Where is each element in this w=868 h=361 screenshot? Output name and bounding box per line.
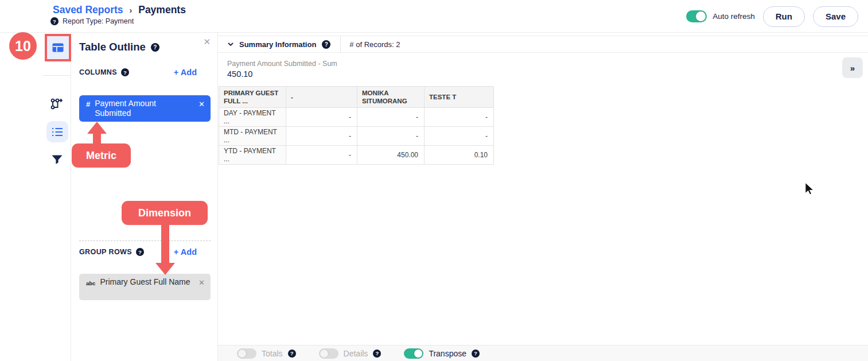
report-type-row: ? Report Type: Payment	[50, 17, 134, 25]
run-button[interactable]: Run	[763, 6, 805, 27]
toggle-knob	[320, 350, 328, 358]
row-label: YTD - PAYMENT ...	[219, 146, 286, 165]
table-row: YTD - PAYMENT ... - 450.00 0.10	[219, 146, 494, 165]
totals-toggle-group: Totals ?	[237, 348, 296, 359]
columns-section-header: COLUMNS ? + Add	[79, 68, 197, 77]
transpose-label: Transpose	[429, 349, 466, 358]
metric-chip-label: Payment Amount Submitted	[95, 99, 189, 118]
group-rows-label-group: GROUP ROWS ?	[79, 248, 144, 256]
table-cell: -	[425, 127, 494, 146]
dimension-callout: Dimension	[122, 201, 208, 225]
filter-nav-button[interactable]	[50, 154, 63, 165]
auto-refresh-toggle[interactable]	[686, 10, 707, 22]
table-cell: -	[425, 108, 494, 127]
summary-metric-value: 450.10	[227, 69, 252, 79]
expand-panel-button[interactable]: »	[842, 57, 863, 78]
summary-title: Summary Information	[239, 40, 316, 49]
help-icon[interactable]: ?	[288, 350, 296, 358]
transpose-toggle[interactable]	[404, 348, 423, 359]
totals-label: Totals	[262, 349, 283, 358]
help-icon[interactable]: ?	[121, 68, 129, 76]
report-builder-app: Saved Reports › Payments ? Report Type: …	[0, 0, 868, 361]
results-table: PRIMARY GUEST FULL ... - MONIKA SITUMORA…	[219, 86, 494, 165]
dimension-chip[interactable]: abc Primary Guest Full Name ✕	[79, 274, 211, 300]
panel-title: Table Outline	[79, 41, 146, 53]
breadcrumb-current-page: Payments	[138, 4, 186, 16]
help-icon[interactable]: ?	[136, 248, 144, 256]
table-outline-panel: Table Outline ? ✕ COLUMNS ? + Add # Paym…	[71, 33, 218, 361]
group-rows-label: GROUP ROWS	[79, 248, 132, 256]
section-divider	[79, 240, 211, 241]
rail-divider	[43, 75, 71, 76]
summary-information-bar: Summary Information ? # of Records: 2	[218, 36, 868, 53]
metric-arrow-head	[87, 122, 107, 134]
help-icon[interactable]: ?	[472, 350, 480, 358]
remove-icon[interactable]: ✕	[198, 100, 205, 108]
table-outline-nav-button[interactable]	[45, 34, 71, 61]
details-label: Details	[344, 349, 368, 358]
table-options-footer: Totals ? Details ? Transpose ?	[218, 345, 868, 361]
help-icon[interactable]: ?	[151, 43, 159, 52]
table-cell: 450.00	[357, 146, 425, 165]
step-number-badge: 10	[9, 32, 37, 60]
help-icon[interactable]: ?	[50, 17, 59, 25]
table-row: DAY - PAYMENT ... - - -	[219, 108, 494, 127]
toggle-knob	[696, 11, 706, 21]
metric-chip[interactable]: # Payment Amount Submitted ✕	[79, 95, 211, 122]
table-row: MTD - PAYMENT ... - - -	[219, 127, 494, 146]
pivot-flow-nav-button[interactable]	[49, 96, 65, 111]
chevron-down-icon	[228, 42, 233, 46]
breadcrumb: Saved Reports › Payments	[53, 4, 186, 16]
mouse-cursor	[805, 182, 815, 197]
top-bar-actions: Auto refresh Run Save	[686, 0, 858, 33]
add-group-row-button[interactable]: + Add	[174, 247, 197, 257]
close-icon[interactable]: ✕	[203, 37, 211, 47]
table-cell: -	[286, 108, 357, 127]
row-label: MTD - PAYMENT ...	[219, 127, 286, 146]
column-header: TESTE T	[425, 87, 494, 108]
row-label: DAY - PAYMENT ...	[219, 108, 286, 127]
panel-title-row: Table Outline ?	[79, 41, 159, 53]
totals-toggle[interactable]	[237, 348, 256, 359]
save-button[interactable]: Save	[813, 6, 858, 27]
dimension-arrow-shaft	[161, 223, 169, 263]
table-header-row: PRIMARY GUEST FULL ... - MONIKA SITUMORA…	[219, 87, 494, 108]
summary-metric-label: Payment Amount Submitted - Sum	[227, 60, 337, 68]
toggle-knob	[238, 350, 246, 358]
filter-icon	[52, 155, 63, 165]
add-column-button[interactable]: + Add	[174, 68, 197, 77]
toggle-knob	[414, 350, 422, 358]
details-toggle-group: Details ?	[319, 348, 382, 359]
dimension-arrow-head	[155, 263, 175, 275]
transpose-toggle-group: Transpose ?	[404, 348, 480, 359]
columns-label-group: COLUMNS ?	[79, 68, 129, 76]
columns-label: COLUMNS	[79, 68, 117, 76]
table-cell: 0.10	[425, 146, 494, 165]
breadcrumb-saved-reports-link[interactable]: Saved Reports	[53, 4, 123, 16]
numeric-type-icon: #	[86, 100, 90, 108]
remove-icon[interactable]: ✕	[198, 278, 205, 287]
table-cell: -	[286, 127, 357, 146]
report-type-label: Report Type: Payment	[63, 17, 134, 25]
breadcrumb-separator-icon: ›	[130, 6, 133, 15]
metric-callout: Metric	[72, 143, 131, 168]
data-flow-icon	[49, 97, 64, 111]
text-type-icon: abc	[86, 280, 95, 286]
auto-refresh-label: Auto refresh	[713, 12, 755, 21]
help-icon[interactable]: ?	[373, 350, 381, 358]
group-rows-section-header: GROUP ROWS ? + Add	[79, 247, 197, 257]
details-toggle[interactable]	[319, 348, 338, 359]
table-cell: -	[357, 127, 425, 146]
column-header: MONIKA SITUMORANG	[357, 87, 425, 108]
auto-refresh-group: Auto refresh	[686, 10, 755, 22]
dimension-chip-label: Primary Guest Full Name	[100, 277, 194, 287]
top-bar: Saved Reports › Payments ? Report Type: …	[0, 0, 868, 33]
list-icon	[52, 127, 63, 137]
column-header: PRIMARY GUEST FULL ...	[219, 87, 286, 108]
table-cell: -	[286, 146, 357, 165]
column-header: -	[286, 87, 357, 108]
table-icon	[52, 43, 64, 52]
field-list-nav-button[interactable]	[46, 121, 68, 142]
help-icon[interactable]: ?	[322, 40, 330, 49]
summary-collapse-control[interactable]: Summary Information ?	[228, 40, 330, 49]
